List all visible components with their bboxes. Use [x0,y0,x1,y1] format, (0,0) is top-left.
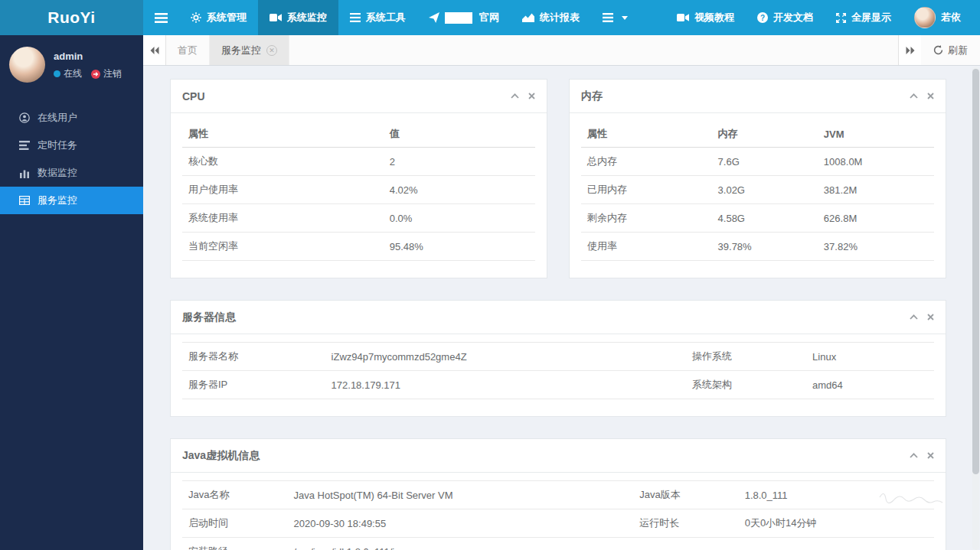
table-row: 总内存7.6G1008.0M [581,148,934,176]
memory-table: 属性内存JVM 总内存7.6G1008.0M已用内存3.02G381.2M剩余内… [581,121,934,261]
collapse-button[interactable] [910,453,918,458]
table-cell: /usr/java/jdk1.8.0_111/jre [287,538,633,550]
chevron-up-icon [910,314,918,320]
jvm-panel-title: Java虚拟机信息 [182,449,260,463]
nav-item-dev-docs[interactable]: ? 开发文档 [746,0,825,35]
nav-item-label: 官网 [479,11,499,24]
table-cell: 4.02% [384,176,535,204]
table-cell: 2 [384,148,535,176]
table-cell: 172.18.179.171 [325,371,686,399]
table-cell: Java HotSpot(TM) 64-Bit Server VM [287,481,633,509]
tab-bar: 首页 服务监控 ✕ 刷新 [143,35,980,66]
table-cell: 381.2M [818,176,934,204]
tabs-scroll-left-button[interactable] [143,35,166,65]
logout-label: 注销 [103,67,122,80]
table-cell: 剩余内存 [581,204,712,233]
memory-panel-title: 内存 [581,89,603,103]
tab-home[interactable]: 首页 [166,35,210,65]
tabbar-spacer [289,35,898,65]
table-row: 当前空闲率95.48% [182,233,535,261]
nav-item-label: 视频教程 [694,11,734,24]
nav-item-fullscreen[interactable]: 全屏显示 [825,0,903,35]
close-button[interactable] [927,314,934,321]
refresh-button[interactable]: 刷新 [921,35,980,65]
chevron-down-icon [622,16,628,20]
table-row: 系统使用率0.0% [182,204,535,233]
jvm-info-table: Java名称Java HotSpot(TM) 64-Bit Server VMJ… [182,480,934,550]
menu-icon [603,13,613,22]
cpu-table: 属性值 核心数2用户使用率4.02%系统使用率0.0%当前空闲率95.48% [182,121,535,261]
table-row: Java名称Java HotSpot(TM) 64-Bit Server VMJ… [182,481,934,509]
table-row: 使用率39.78%37.82% [581,233,934,261]
memory-panel: 内存 属性内存JVM 总内存7.6G1008.0M已用内存3.02G381.2M… [569,79,946,278]
table-cell [739,538,934,550]
sidebar-toggle-button[interactable] [143,0,179,35]
sidebar-item-label: 定时任务 [38,138,77,152]
navbar-right: 视频教程 ? 开发文档 全屏显示 若依 [665,0,980,35]
nav-item-label: 全屏显示 [851,11,891,24]
tab-close-icon[interactable]: ✕ [266,45,277,56]
user-name: 若依 [941,11,961,24]
table-cell: 39.78% [712,233,818,261]
chevron-up-icon [511,93,519,99]
nav-item-system-tools[interactable]: 系统工具 [338,0,417,35]
sidebar-item-scheduled-tasks[interactable]: 定时任务 [0,132,143,159]
cpu-panel-title: CPU [182,90,205,103]
profile-avatar[interactable] [9,47,45,83]
nav-item-system-monitor[interactable]: 系统监控 [258,0,338,35]
nav-item-statistics-report[interactable]: 统计报表 [511,0,591,35]
server-panel-title: 服务器信息 [182,311,236,324]
table-cell: 7.6G [712,148,818,176]
table-row: 用户使用率4.02% [182,176,535,204]
table-cell [633,538,738,550]
nav-item-official-site[interactable]: 官网 [417,0,511,35]
table-header-cell: JVM [818,121,934,148]
collapse-button[interactable] [910,314,918,320]
top-navbar: RuoYi 系统管理 系统监控 系统工具 官网 统计报表 [0,0,980,35]
table-header-cell: 值 [384,121,535,148]
nav-more-menu-button[interactable] [591,0,639,35]
table-row: 启动时间2020-09-30 18:49:55运行时长0天0小时14分钟 [182,509,934,538]
collapse-button[interactable] [511,93,519,99]
table-cell: 使用率 [581,233,712,261]
table-row: 安装路径/usr/java/jdk1.8.0_111/jre [182,538,934,550]
tab-label: 首页 [178,44,198,57]
sidebar-item-online-users[interactable]: 在线用户 [0,104,143,132]
refresh-label: 刷新 [948,44,968,57]
vertical-scrollbar-thumb[interactable] [972,69,979,474]
nav-user-menu[interactable]: 若依 [903,0,972,35]
server-info-table: 服务器名称iZwz94p7mycommzd52gme4Z操作系统Linux服务器… [182,342,934,399]
close-button[interactable] [927,93,934,99]
logout-link[interactable]: 注销 [91,67,122,80]
table-cell: 操作系统 [686,343,806,371]
table-cell: 4.58G [712,204,818,233]
close-button[interactable] [927,452,934,459]
vertical-scrollbar-track[interactable] [972,67,979,550]
tab-service-monitor[interactable]: 服务监控 ✕ [210,35,289,65]
sidebar-item-label: 在线用户 [38,111,77,125]
app-logo[interactable]: RuoYi [0,0,143,35]
tabs-scroll-right-button[interactable] [898,35,921,65]
table-cell: 用户使用率 [182,176,384,204]
svg-text:?: ? [760,14,765,22]
table-cell: 2020-09-30 18:49:55 [287,509,633,538]
video-icon [270,13,282,22]
close-button[interactable] [528,93,535,99]
table-row: 剩余内存4.58G626.8M [581,204,934,233]
online-status-icon [54,70,60,77]
sidebar-item-service-monitor[interactable]: 服务监控 [0,187,143,214]
table-header-cell: 属性 [581,121,712,148]
nav-item-system-management[interactable]: 系统管理 [179,0,258,35]
nav-item-label: 统计报表 [540,11,580,24]
sidebar-item-data-monitor[interactable]: 数据监控 [0,159,143,187]
table-cell: 0.0% [384,204,535,233]
table-cell: 1008.0M [818,148,934,176]
nav-item-label: 系统工具 [366,11,406,24]
nav-item-label: 系统监控 [287,11,327,24]
table-cell: 626.8M [818,204,934,233]
fullscreen-icon [836,13,846,23]
table-cell: 当前空闲率 [182,233,384,261]
nav-item-video-tutorial[interactable]: 视频教程 [665,0,746,35]
close-icon [528,93,535,99]
collapse-button[interactable] [910,93,918,99]
